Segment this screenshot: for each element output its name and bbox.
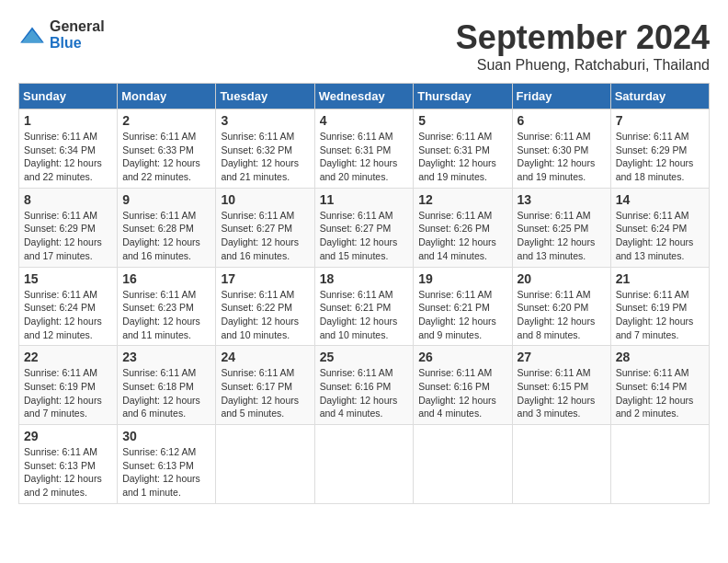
calendar-cell: 17Sunrise: 6:11 AM Sunset: 6:22 PM Dayli…: [216, 267, 314, 346]
day-number: 10: [221, 192, 309, 207]
day-info: Sunrise: 6:12 AM Sunset: 6:13 PM Dayligh…: [122, 445, 210, 500]
header-wednesday: Wednesday: [314, 84, 414, 109]
calendar-cell: 16Sunrise: 6:11 AM Sunset: 6:23 PM Dayli…: [118, 267, 216, 346]
day-info: Sunrise: 6:11 AM Sunset: 6:21 PM Dayligh…: [418, 288, 506, 342]
day-info: Sunrise: 6:11 AM Sunset: 6:14 PM Dayligh…: [616, 366, 704, 420]
calendar-cell: 11Sunrise: 6:11 AM Sunset: 6:27 PM Dayli…: [314, 188, 414, 267]
calendar-cell: 22Sunrise: 6:11 AM Sunset: 6:19 PM Dayli…: [19, 346, 118, 425]
day-number: 13: [518, 192, 606, 207]
day-number: 17: [221, 271, 309, 286]
day-info: Sunrise: 6:11 AM Sunset: 6:21 PM Dayligh…: [320, 288, 409, 342]
calendar-cell: 8Sunrise: 6:11 AM Sunset: 6:29 PM Daylig…: [19, 188, 118, 267]
calendar-cell: 20Sunrise: 6:11 AM Sunset: 6:20 PM Dayli…: [512, 267, 610, 346]
calendar-cell: 24Sunrise: 6:11 AM Sunset: 6:17 PM Dayli…: [216, 346, 314, 425]
day-number: 12: [418, 192, 506, 207]
logo-text: General Blue: [50, 18, 105, 52]
day-number: 6: [518, 113, 606, 128]
logo-blue: Blue: [50, 35, 82, 51]
day-number: 21: [616, 271, 704, 286]
calendar-cell: 23Sunrise: 6:11 AM Sunset: 6:18 PM Dayli…: [118, 346, 216, 425]
header-tuesday: Tuesday: [216, 84, 314, 109]
day-number: 18: [320, 271, 409, 286]
day-number: 15: [24, 271, 112, 286]
day-number: 27: [518, 350, 606, 364]
day-number: 7: [616, 113, 704, 128]
calendar-cell: 30Sunrise: 6:12 AM Sunset: 6:13 PM Dayli…: [118, 425, 216, 504]
day-info: Sunrise: 6:11 AM Sunset: 6:17 PM Dayligh…: [221, 366, 309, 420]
calendar-header-row: SundayMondayTuesdayWednesdayThursdayFrid…: [19, 84, 710, 109]
day-info: Sunrise: 6:11 AM Sunset: 6:19 PM Dayligh…: [616, 288, 704, 342]
day-number: 11: [320, 192, 409, 207]
calendar-cell: 5Sunrise: 6:11 AM Sunset: 6:31 PM Daylig…: [414, 109, 512, 189]
day-number: 22: [24, 350, 112, 364]
day-info: Sunrise: 6:11 AM Sunset: 6:22 PM Dayligh…: [221, 288, 309, 342]
calendar-cell: 3Sunrise: 6:11 AM Sunset: 6:32 PM Daylig…: [216, 109, 314, 189]
logo: General Blue: [18, 18, 105, 52]
calendar-cell: 28Sunrise: 6:11 AM Sunset: 6:14 PM Dayli…: [610, 346, 709, 425]
day-number: 19: [418, 271, 506, 286]
day-number: 5: [418, 113, 506, 128]
day-number: 29: [24, 429, 112, 443]
title-section: September 2024 Suan Phueng, Ratchaburi, …: [456, 18, 710, 74]
day-info: Sunrise: 6:11 AM Sunset: 6:32 PM Dayligh…: [221, 130, 309, 184]
calendar-cell: 7Sunrise: 6:11 AM Sunset: 6:29 PM Daylig…: [610, 109, 709, 189]
day-number: 28: [616, 350, 704, 364]
day-info: Sunrise: 6:11 AM Sunset: 6:16 PM Dayligh…: [320, 366, 409, 420]
calendar-cell: 26Sunrise: 6:11 AM Sunset: 6:16 PM Dayli…: [414, 346, 512, 425]
day-number: 30: [122, 429, 210, 443]
calendar-cell: [414, 425, 512, 504]
location-subtitle: Suan Phueng, Ratchaburi, Thailand: [456, 57, 710, 74]
day-info: Sunrise: 6:11 AM Sunset: 6:16 PM Dayligh…: [418, 366, 506, 420]
calendar-cell: 14Sunrise: 6:11 AM Sunset: 6:24 PM Dayli…: [610, 188, 709, 267]
day-number: 23: [122, 350, 210, 364]
day-info: Sunrise: 6:11 AM Sunset: 6:13 PM Dayligh…: [24, 445, 112, 500]
calendar-table: SundayMondayTuesdayWednesdayThursdayFrid…: [18, 83, 710, 504]
calendar-cell: 1Sunrise: 6:11 AM Sunset: 6:34 PM Daylig…: [19, 109, 118, 189]
day-number: 20: [518, 271, 606, 286]
day-number: 9: [122, 192, 210, 207]
day-number: 16: [122, 271, 210, 286]
calendar-cell: [216, 425, 314, 504]
day-number: 1: [24, 113, 112, 128]
header-saturday: Saturday: [610, 84, 709, 109]
day-info: Sunrise: 6:11 AM Sunset: 6:27 PM Dayligh…: [221, 209, 309, 263]
day-number: 24: [221, 350, 309, 364]
calendar-cell: 15Sunrise: 6:11 AM Sunset: 6:24 PM Dayli…: [19, 267, 118, 346]
day-info: Sunrise: 6:11 AM Sunset: 6:19 PM Dayligh…: [24, 366, 112, 420]
calendar-week-4: 22Sunrise: 6:11 AM Sunset: 6:19 PM Dayli…: [19, 346, 710, 425]
calendar-week-3: 15Sunrise: 6:11 AM Sunset: 6:24 PM Dayli…: [19, 267, 710, 346]
header-thursday: Thursday: [414, 84, 512, 109]
calendar-cell: [314, 425, 414, 504]
day-info: Sunrise: 6:11 AM Sunset: 6:24 PM Dayligh…: [24, 288, 112, 342]
logo-icon: [18, 26, 46, 44]
logo-general: General: [50, 18, 105, 34]
page-header: General Blue September 2024 Suan Phueng,…: [18, 18, 710, 74]
calendar-cell: [610, 425, 709, 504]
calendar-cell: 27Sunrise: 6:11 AM Sunset: 6:15 PM Dayli…: [512, 346, 610, 425]
day-info: Sunrise: 6:11 AM Sunset: 6:20 PM Dayligh…: [518, 288, 606, 342]
day-number: 4: [320, 113, 409, 128]
calendar-cell: 21Sunrise: 6:11 AM Sunset: 6:19 PM Dayli…: [610, 267, 709, 346]
calendar-cell: 19Sunrise: 6:11 AM Sunset: 6:21 PM Dayli…: [414, 267, 512, 346]
calendar-week-1: 1Sunrise: 6:11 AM Sunset: 6:34 PM Daylig…: [19, 109, 710, 189]
day-info: Sunrise: 6:11 AM Sunset: 6:31 PM Dayligh…: [320, 130, 409, 184]
day-info: Sunrise: 6:11 AM Sunset: 6:27 PM Dayligh…: [320, 209, 409, 263]
calendar-cell: [512, 425, 610, 504]
day-info: Sunrise: 6:11 AM Sunset: 6:33 PM Dayligh…: [122, 130, 210, 184]
day-number: 2: [122, 113, 210, 128]
day-number: 14: [616, 192, 704, 207]
day-info: Sunrise: 6:11 AM Sunset: 6:28 PM Dayligh…: [122, 209, 210, 263]
day-number: 3: [221, 113, 309, 128]
calendar-cell: 4Sunrise: 6:11 AM Sunset: 6:31 PM Daylig…: [314, 109, 414, 189]
day-info: Sunrise: 6:11 AM Sunset: 6:30 PM Dayligh…: [518, 130, 606, 184]
calendar-cell: 13Sunrise: 6:11 AM Sunset: 6:25 PM Dayli…: [512, 188, 610, 267]
header-monday: Monday: [118, 84, 216, 109]
day-info: Sunrise: 6:11 AM Sunset: 6:15 PM Dayligh…: [518, 366, 606, 420]
day-info: Sunrise: 6:11 AM Sunset: 6:24 PM Dayligh…: [616, 209, 704, 263]
day-number: 25: [320, 350, 409, 364]
day-info: Sunrise: 6:11 AM Sunset: 6:31 PM Dayligh…: [418, 130, 506, 184]
day-info: Sunrise: 6:11 AM Sunset: 6:34 PM Dayligh…: [24, 130, 112, 184]
calendar-cell: 18Sunrise: 6:11 AM Sunset: 6:21 PM Dayli…: [314, 267, 414, 346]
month-title: September 2024: [456, 18, 710, 57]
calendar-cell: 12Sunrise: 6:11 AM Sunset: 6:26 PM Dayli…: [414, 188, 512, 267]
